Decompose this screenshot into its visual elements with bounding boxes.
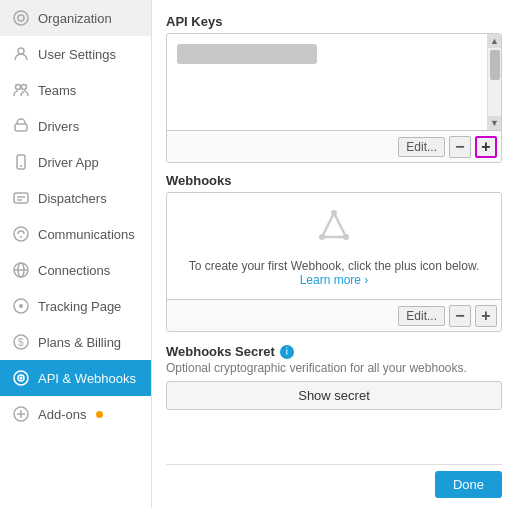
sidebar-item-teams-label: Teams [38, 83, 76, 98]
sidebar-item-add-ons-label: Add-ons [38, 407, 86, 422]
webhooks-secret-title: Webhooks Secret [166, 344, 275, 359]
sidebar-item-tracking-page-label: Tracking Page [38, 299, 121, 314]
dispatchers-icon [12, 189, 30, 207]
svg-point-1 [18, 15, 24, 21]
show-secret-button[interactable]: Show secret [166, 381, 502, 410]
webhooks-secret-desc: Optional cryptographic verification for … [166, 361, 502, 375]
svg-point-15 [19, 304, 23, 308]
webhooks-remove-button[interactable]: − [449, 305, 471, 327]
api-keys-edit-button[interactable]: Edit... [398, 137, 445, 157]
webhooks-content: To create your first Webhook, click the … [167, 193, 501, 299]
svg-point-10 [20, 236, 22, 238]
sidebar-item-plans-billing-label: Plans & Billing [38, 335, 121, 350]
sidebar-item-connections-label: Connections [38, 263, 110, 278]
svg-rect-8 [14, 193, 28, 203]
secret-title-row: Webhooks Secret i [166, 344, 502, 359]
webhook-triangle-icon [314, 205, 354, 253]
api-webhooks-icon [12, 369, 30, 387]
webhooks-toolbar: Edit... − + [167, 299, 501, 331]
sidebar-item-organization[interactable]: Organization [0, 0, 151, 36]
svg-point-9 [14, 227, 28, 241]
sidebar-item-organization-label: Organization [38, 11, 112, 26]
svg-point-0 [14, 11, 28, 25]
webhooks-label: Webhooks [166, 173, 502, 188]
sidebar: OrganizationUser SettingsTeamsDriversDri… [0, 0, 152, 508]
info-icon[interactable]: i [280, 345, 294, 359]
api-key-item [177, 44, 317, 64]
svg-text:$: $ [18, 337, 24, 348]
api-keys-scrollbar: ▲ ▼ [487, 34, 501, 130]
sidebar-item-driver-app[interactable]: Driver App [0, 144, 151, 180]
driver-app-icon [12, 153, 30, 171]
sidebar-item-user-settings[interactable]: User Settings [0, 36, 151, 72]
tracking-page-icon [12, 297, 30, 315]
sidebar-item-tracking-page[interactable]: Tracking Page [0, 288, 151, 324]
teams-icon [12, 81, 30, 99]
sidebar-item-dispatchers-label: Dispatchers [38, 191, 107, 206]
api-keys-add-button[interactable]: + [475, 136, 497, 158]
add-ons-badge [96, 411, 103, 418]
api-keys-box: ▲ ▼ Edit... − + [166, 33, 502, 163]
sidebar-item-communications-label: Communications [38, 227, 135, 242]
done-button[interactable]: Done [435, 471, 502, 498]
svg-point-4 [22, 85, 27, 90]
svg-point-23 [331, 210, 337, 216]
svg-point-3 [16, 85, 21, 90]
api-keys-content [167, 34, 501, 130]
add-ons-icon [12, 405, 30, 423]
sidebar-item-connections[interactable]: Connections [0, 252, 151, 288]
scroll-up-arrow[interactable]: ▲ [488, 34, 502, 48]
scroll-thumb [490, 50, 500, 80]
drivers-icon [12, 117, 30, 135]
footer: Done [166, 464, 502, 498]
svg-point-19 [20, 377, 23, 380]
svg-rect-5 [15, 124, 27, 131]
api-keys-section: API Keys ▲ ▼ Edit... − + [166, 14, 502, 163]
webhooks-edit-button[interactable]: Edit... [398, 306, 445, 326]
webhooks-secret-section: Webhooks Secret i Optional cryptographic… [166, 344, 502, 410]
main-content: API Keys ▲ ▼ Edit... − + Webhooks [152, 0, 516, 508]
connections-icon [12, 261, 30, 279]
sidebar-item-drivers-label: Drivers [38, 119, 79, 134]
sidebar-item-teams[interactable]: Teams [0, 72, 151, 108]
sidebar-item-add-ons[interactable]: Add-ons [0, 396, 151, 432]
sidebar-item-api-webhooks-label: API & Webhooks [38, 371, 136, 386]
api-keys-label: API Keys [166, 14, 502, 29]
scroll-down-arrow[interactable]: ▼ [488, 116, 502, 130]
svg-point-25 [343, 234, 349, 240]
svg-point-2 [18, 48, 24, 54]
sidebar-item-drivers[interactable]: Drivers [0, 108, 151, 144]
sidebar-item-driver-app-label: Driver App [38, 155, 99, 170]
organization-icon [12, 9, 30, 27]
sidebar-item-user-settings-label: User Settings [38, 47, 116, 62]
plans-billing-icon: $ [12, 333, 30, 351]
webhooks-add-button[interactable]: + [475, 305, 497, 327]
api-keys-toolbar: Edit... − + [167, 130, 501, 162]
scroll-track [488, 48, 501, 116]
sidebar-item-plans-billing[interactable]: $Plans & Billing [0, 324, 151, 360]
sidebar-item-api-webhooks[interactable]: API & Webhooks [0, 360, 151, 396]
sidebar-item-dispatchers[interactable]: Dispatchers [0, 180, 151, 216]
user-settings-icon [12, 45, 30, 63]
learn-more-link[interactable]: Learn more › [300, 273, 369, 287]
svg-point-24 [319, 234, 325, 240]
webhooks-section: Webhooks To create your first Webhook, c… [166, 173, 502, 332]
webhook-empty-message: To create your first Webhook, click the … [189, 259, 480, 273]
api-keys-remove-button[interactable]: − [449, 136, 471, 158]
sidebar-item-communications[interactable]: Communications [0, 216, 151, 252]
communications-icon [12, 225, 30, 243]
svg-point-7 [20, 165, 22, 167]
webhooks-box: To create your first Webhook, click the … [166, 192, 502, 332]
